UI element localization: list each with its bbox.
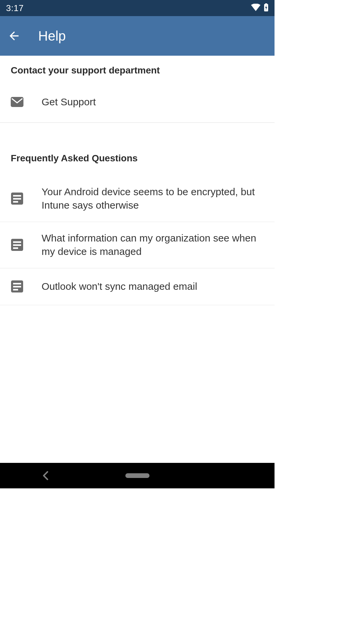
mail-icon [11, 96, 23, 108]
contact-section-header: Contact your support department [0, 56, 275, 82]
svg-rect-12 [13, 283, 21, 285]
status-bar: 3:17 [0, 0, 275, 16]
get-support-label: Get Support [42, 95, 264, 109]
app-bar: Help [0, 16, 275, 56]
status-icons [251, 3, 268, 13]
article-icon [11, 238, 23, 251]
faq-item-label: Outlook won't sync managed email [42, 280, 264, 293]
faq-item[interactable]: What information can my organization see… [0, 222, 275, 268]
svg-rect-10 [13, 248, 18, 249]
faq-item-label: Your Android device seems to be encrypte… [42, 185, 264, 212]
svg-rect-5 [13, 198, 21, 200]
svg-rect-1 [265, 3, 267, 4]
svg-rect-4 [13, 195, 21, 197]
chevron-left-icon [43, 471, 49, 480]
svg-rect-8 [13, 241, 21, 243]
status-time: 3:17 [6, 3, 24, 13]
navigation-bar [0, 463, 275, 488]
content: Contact your support department Get Supp… [0, 56, 275, 463]
svg-rect-9 [13, 245, 21, 246]
article-icon [11, 192, 23, 205]
faq-item[interactable]: Your Android device seems to be encrypte… [0, 176, 275, 222]
nav-home-pill[interactable] [125, 473, 149, 478]
svg-rect-2 [11, 97, 23, 107]
faq-section-header: Frequently Asked Questions [0, 123, 275, 176]
nav-back-button[interactable] [40, 470, 51, 481]
page-title: Help [38, 29, 66, 44]
back-button[interactable] [7, 29, 21, 43]
get-support-item[interactable]: Get Support [0, 82, 275, 123]
arrow-back-icon [7, 29, 21, 43]
faq-item[interactable]: Outlook won't sync managed email [0, 268, 275, 305]
article-icon [11, 280, 23, 293]
battery-charging-icon [264, 3, 268, 13]
wifi-icon [251, 4, 260, 12]
faq-item-label: What information can my organization see… [42, 231, 264, 259]
svg-rect-14 [13, 289, 18, 291]
svg-rect-13 [13, 286, 21, 288]
svg-rect-6 [13, 201, 18, 203]
